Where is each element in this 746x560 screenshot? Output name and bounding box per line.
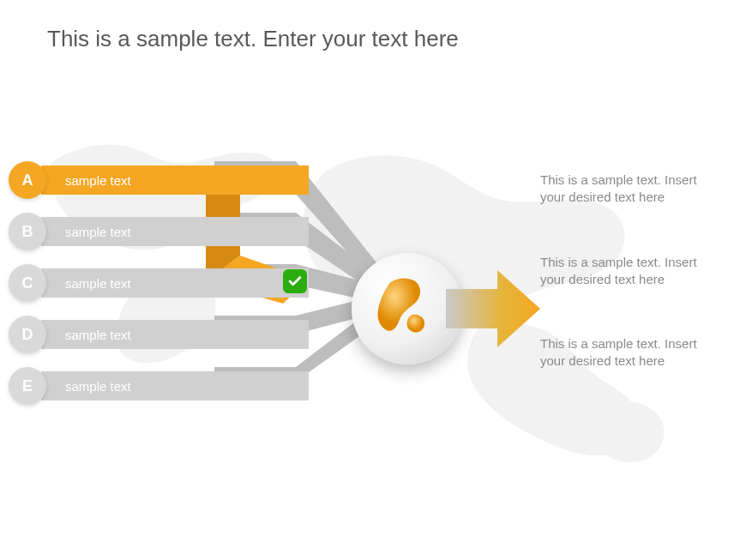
arrow-right-icon xyxy=(446,270,540,347)
items-list: A sample text B sample text C sample tex… xyxy=(9,163,309,420)
description-1: This is a sample text. Insert your desir… xyxy=(540,172,712,207)
checkmark-icon xyxy=(283,269,307,293)
item-letter-c: C xyxy=(9,264,46,302)
item-a: A sample text xyxy=(9,163,309,197)
slide: This is a sample text. Enter your text h… xyxy=(0,0,746,560)
description-2: This is a sample text. Insert your desir… xyxy=(540,254,712,289)
item-letter-a: A xyxy=(9,161,46,199)
item-letter-b: B xyxy=(9,213,46,250)
item-letter-e: E xyxy=(9,367,46,405)
item-label-d: sample text xyxy=(41,320,309,349)
item-d: D sample text xyxy=(9,317,309,352)
item-label-b: sample text xyxy=(41,217,309,246)
item-e: E sample text xyxy=(9,369,309,403)
item-label-c: sample text xyxy=(41,268,309,298)
slide-title: This is a sample text. Enter your text h… xyxy=(47,26,459,52)
item-label-a: sample text xyxy=(41,166,309,195)
item-label-e: sample text xyxy=(41,371,309,400)
item-b: B sample text xyxy=(9,214,309,249)
item-letter-d: D xyxy=(9,316,46,353)
svg-marker-9 xyxy=(446,270,540,347)
description-3: This is a sample text. Insert your desir… xyxy=(540,335,712,370)
item-c: C sample text xyxy=(9,266,309,300)
descriptions: This is a sample text. Insert your desir… xyxy=(540,172,712,418)
